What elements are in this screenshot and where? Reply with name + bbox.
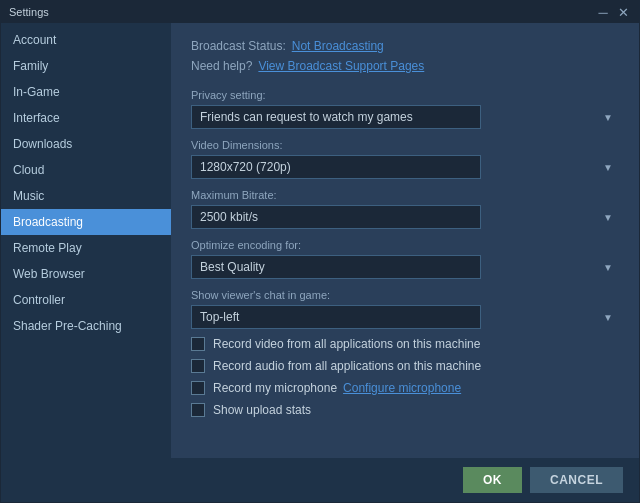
privacy-dropdown[interactable]: Friends can request to watch my gamesAny… [191,105,481,129]
record-audio-label: Record audio from all applications on th… [213,359,481,373]
record-microphone-label: Record my microphone [213,381,337,395]
sidebar-item-remote-play[interactable]: Remote Play [1,235,171,261]
sidebar-item-account[interactable]: Account [1,27,171,53]
checkbox-row-3: Record my microphone Configure microphon… [191,381,619,395]
chat-label: Show viewer's chat in game: [191,289,619,301]
sidebar-item-music[interactable]: Music [1,183,171,209]
optimize-label: Optimize encoding for: [191,239,619,251]
optimize-dropdown[interactable]: Best QualityBest PerformanceBalanced [191,255,481,279]
optimize-dropdown-arrow: ▼ [603,262,613,273]
chat-dropdown-wrapper: Top-leftTop-rightBottom-leftBottom-right… [191,305,619,329]
broadcast-status-value[interactable]: Not Broadcasting [292,39,384,53]
privacy-setting-label: Privacy setting: [191,89,619,101]
sidebar-item-family[interactable]: Family [1,53,171,79]
record-video-label: Record video from all applications on th… [213,337,480,351]
cancel-button[interactable]: CANCEL [530,467,623,493]
bitrate-dropdown[interactable]: 2500 kbit/s5000 kbit/s1000 kbit/s500 kbi… [191,205,481,229]
sidebar-item-cloud[interactable]: Cloud [1,157,171,183]
sidebar-item-controller[interactable]: Controller [1,287,171,313]
show-upload-stats-label: Show upload stats [213,403,311,417]
video-dropdown-arrow: ▼ [603,162,613,173]
sidebar-item-shader-pre-caching[interactable]: Shader Pre-Caching [1,313,171,339]
window-controls: ─ ✕ [595,5,631,20]
record-audio-checkbox[interactable] [191,359,205,373]
main-panel: Broadcast Status: Not Broadcasting Need … [171,23,639,458]
need-help-label: Need help? [191,59,252,73]
video-dropdown[interactable]: 1280x720 (720p)1920x1080 (1080p)854x480 … [191,155,481,179]
privacy-dropdown-arrow: ▼ [603,112,613,123]
sidebar-item-downloads[interactable]: Downloads [1,131,171,157]
broadcast-status-row: Broadcast Status: Not Broadcasting [191,39,619,53]
close-button[interactable]: ✕ [615,5,631,20]
video-dimensions-label: Video Dimensions: [191,139,619,151]
chat-dropdown[interactable]: Top-leftTop-rightBottom-leftBottom-right… [191,305,481,329]
sidebar-item-in-game[interactable]: In-Game [1,79,171,105]
content-area: AccountFamilyIn-GameInterfaceDownloadsCl… [1,23,639,458]
max-bitrate-label: Maximum Bitrate: [191,189,619,201]
need-help-link[interactable]: View Broadcast Support Pages [258,59,424,73]
record-video-checkbox[interactable] [191,337,205,351]
broadcast-status-label: Broadcast Status: [191,39,286,53]
record-microphone-checkbox[interactable] [191,381,205,395]
minimize-button[interactable]: ─ [595,5,611,20]
settings-window: Settings ─ ✕ AccountFamilyIn-GameInterfa… [0,0,640,503]
sidebar-item-broadcasting[interactable]: Broadcasting [1,209,171,235]
configure-microphone-link[interactable]: Configure microphone [343,381,461,395]
need-help-row: Need help? View Broadcast Support Pages [191,59,619,73]
ok-button[interactable]: OK [463,467,522,493]
bitrate-dropdown-arrow: ▼ [603,212,613,223]
chat-dropdown-arrow: ▼ [603,312,613,323]
window-title: Settings [9,6,49,18]
sidebar-item-interface[interactable]: Interface [1,105,171,131]
checkbox-row-1: Record video from all applications on th… [191,337,619,351]
checkbox-row-2: Record audio from all applications on th… [191,359,619,373]
sidebar-item-web-browser[interactable]: Web Browser [1,261,171,287]
show-upload-stats-checkbox[interactable] [191,403,205,417]
sidebar: AccountFamilyIn-GameInterfaceDownloadsCl… [1,23,171,458]
privacy-dropdown-wrapper: Friends can request to watch my gamesAny… [191,105,619,129]
title-bar: Settings ─ ✕ [1,1,639,23]
bitrate-dropdown-wrapper: 2500 kbit/s5000 kbit/s1000 kbit/s500 kbi… [191,205,619,229]
checkbox-row-4: Show upload stats [191,403,619,417]
footer: OK CANCEL [1,458,639,502]
video-dropdown-wrapper: 1280x720 (720p)1920x1080 (1080p)854x480 … [191,155,619,179]
optimize-dropdown-wrapper: Best QualityBest PerformanceBalanced ▼ [191,255,619,279]
